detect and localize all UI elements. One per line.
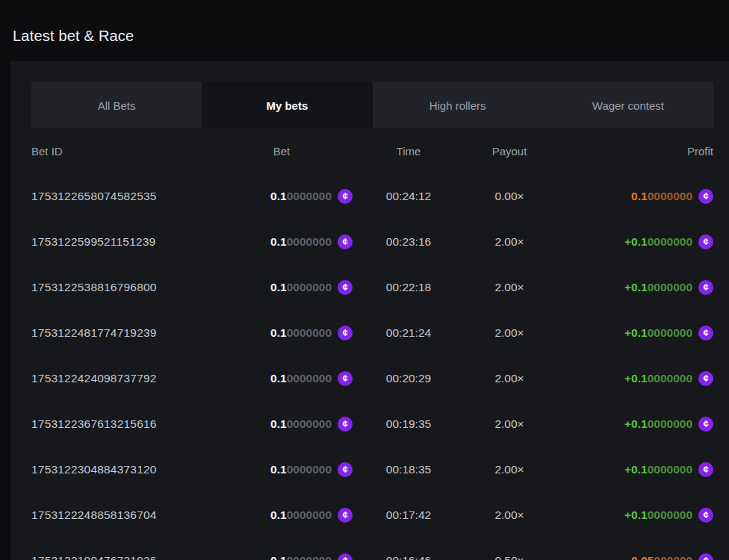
tab-high-rollers[interactable]: High rollers [373, 82, 543, 128]
bet-value: 0.10000000 [270, 372, 332, 385]
bet-id: 1753122367613215616 [31, 417, 211, 431]
coin-icon: ¢ [338, 371, 353, 386]
bet-payout: 2.00× [465, 508, 554, 522]
bets-tabs: All Bets My bets High rollers Wager cont… [31, 82, 713, 128]
table-row[interactable]: 1753122248858136704 0.10000000 ¢ 00:17:4… [31, 492, 713, 538]
page-title: Latest bet & Race [13, 28, 134, 45]
bet-amount: 0.10000000 ¢ [211, 417, 353, 432]
bet-payout: 0.50× [465, 554, 554, 560]
bet-payout: 2.00× [465, 281, 554, 294]
bet-payout: 2.00× [465, 235, 554, 249]
profit-cell: +0.10000000 ¢ [554, 417, 713, 432]
coin-icon: ¢ [698, 326, 713, 340]
bet-value: 0.10000000 [270, 190, 332, 203]
coin-icon: ¢ [338, 508, 353, 523]
bet-payout: 2.00× [465, 417, 554, 431]
coin-icon: ¢ [338, 462, 353, 477]
profit-cell: +0.10000000 ¢ [554, 234, 713, 249]
profit-cell: +0.10000000 ¢ [554, 326, 713, 340]
coin-icon: ¢ [338, 553, 353, 560]
bet-time: 00:19:35 [353, 417, 465, 431]
header-bet: Bet [211, 145, 353, 158]
coin-icon: ¢ [698, 417, 713, 432]
profit-cell: 0.10000000 ¢ [554, 189, 713, 204]
profit-value: +0.10000000 [624, 417, 692, 431]
bet-amount: 0.10000000 ¢ [211, 553, 353, 560]
header-payout: Payout [465, 145, 554, 158]
profit-value: 0.10000000 [631, 190, 692, 203]
bet-time: 00:23:16 [353, 235, 465, 249]
profit-value: +0.10000000 [624, 508, 692, 522]
coin-icon: ¢ [698, 553, 713, 560]
tab-wager-contest[interactable]: Wager contest [543, 82, 713, 128]
header-bet-id: Bet ID [31, 145, 211, 158]
bets-table-body: 1753122658074582535 0.10000000 ¢ 00:24:1… [31, 173, 713, 560]
bet-payout: 2.00× [465, 463, 554, 476]
bet-time: 00:17:42 [353, 508, 465, 522]
bet-amount: 0.10000000 ¢ [211, 508, 353, 523]
bet-id: 1753122599521151239 [31, 235, 211, 249]
bet-id: 1753122538816796800 [31, 281, 211, 294]
bet-time: 00:22:18 [353, 281, 465, 294]
bet-amount: 0.10000000 ¢ [211, 371, 353, 386]
latest-bets-panel: All Bets My bets High rollers Wager cont… [10, 61, 729, 560]
profit-cell: +0.10000000 ¢ [554, 462, 713, 477]
profit-cell: +0.10000000 ¢ [554, 371, 713, 386]
coin-icon: ¢ [698, 280, 713, 295]
coin-icon: ¢ [338, 280, 353, 295]
table-row[interactable]: 1753122190476731936 0.10000000 ¢ 00:16:4… [31, 538, 713, 560]
bet-value: 0.10000000 [270, 281, 332, 294]
bet-id: 1753122424098737792 [31, 372, 211, 385]
profit-value: +0.10000000 [624, 281, 692, 294]
profit-value: +0.10000000 [624, 463, 692, 476]
bet-id: 1753122304884373120 [31, 463, 211, 476]
bet-value: 0.10000000 [270, 326, 332, 340]
bet-id: 1753122248858136704 [31, 508, 211, 522]
table-row[interactable]: 1753122481774719239 0.10000000 ¢ 00:21:2… [31, 310, 713, 355]
bet-amount: 0.10000000 ¢ [211, 234, 353, 249]
profit-value: +0.10000000 [624, 372, 692, 385]
table-row[interactable]: 1753122538816796800 0.10000000 ¢ 00:22:1… [31, 264, 713, 310]
coin-icon: ¢ [698, 189, 713, 204]
bet-amount: 0.10000000 ¢ [211, 326, 353, 340]
coin-icon: ¢ [338, 417, 353, 432]
profit-value: +0.10000000 [624, 235, 692, 249]
coin-icon: ¢ [338, 189, 353, 204]
profit-cell: 0.05000000 ¢ [554, 553, 713, 560]
bet-time: 00:18:35 [353, 463, 465, 476]
bet-id: 1753122481774719239 [31, 326, 211, 340]
coin-icon: ¢ [698, 508, 713, 523]
bet-time: 00:16:46 [353, 554, 465, 560]
bet-amount: 0.10000000 ¢ [211, 189, 353, 204]
bet-time: 00:21:24 [353, 326, 465, 340]
bet-value: 0.10000000 [270, 554, 332, 560]
table-row[interactable]: 1753122658074582535 0.10000000 ¢ 00:24:1… [31, 173, 713, 219]
bet-amount: 0.10000000 ¢ [211, 280, 353, 295]
bet-amount: 0.10000000 ¢ [211, 462, 353, 477]
tab-all-bets[interactable]: All Bets [31, 82, 202, 128]
profit-cell: +0.10000000 ¢ [554, 508, 713, 523]
table-row[interactable]: 1753122424098737792 0.10000000 ¢ 00:20:2… [31, 355, 713, 401]
coin-icon: ¢ [338, 326, 353, 340]
table-row[interactable]: 1753122304884373120 0.10000000 ¢ 00:18:3… [31, 447, 713, 492]
coin-icon: ¢ [698, 234, 713, 249]
coin-icon: ¢ [338, 234, 353, 249]
bet-id: 1753122190476731936 [31, 554, 211, 560]
coin-icon: ¢ [698, 462, 713, 477]
coin-icon: ¢ [698, 371, 713, 386]
bet-payout: 0.00× [465, 190, 554, 203]
tab-my-bets[interactable]: My bets [202, 82, 372, 128]
bet-value: 0.10000000 [270, 235, 332, 249]
profit-value: 0.05000000 [631, 554, 692, 560]
profit-cell: +0.10000000 ¢ [554, 280, 713, 295]
profit-value: +0.10000000 [624, 326, 692, 340]
bet-payout: 2.00× [465, 372, 554, 385]
bet-value: 0.10000000 [270, 463, 332, 476]
table-row[interactable]: 1753122367613215616 0.10000000 ¢ 00:19:3… [31, 401, 713, 447]
bet-id: 1753122658074582535 [31, 190, 211, 203]
bet-value: 0.10000000 [270, 508, 332, 522]
bet-payout: 2.00× [465, 326, 554, 340]
table-row[interactable]: 1753122599521151239 0.10000000 ¢ 00:23:1… [31, 219, 713, 264]
bet-value: 0.10000000 [270, 417, 332, 431]
header-profit: Profit [554, 145, 713, 158]
